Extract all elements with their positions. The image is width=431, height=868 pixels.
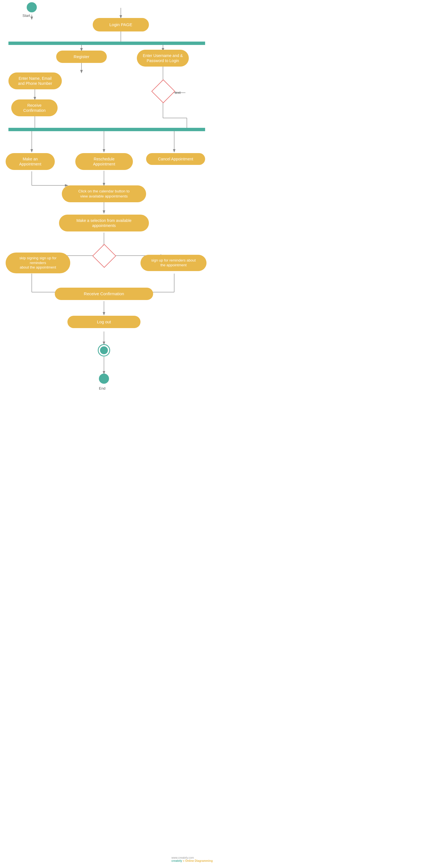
click-calendar-node: Click on the calendar button toview avai… (62, 185, 146, 202)
receive-confirmation-2-node: Receive Confirmation (55, 286, 153, 301)
cancel-node: Cancel Appointment (146, 152, 205, 166)
text-label: text (175, 90, 181, 95)
enter-name-node: Enter Name, Emailand Phone Number (8, 72, 62, 89)
receive-confirmation-1-node: ReceiveConfirmation (11, 99, 58, 116)
start-label: Start (23, 13, 30, 18)
end-label: End (99, 386, 105, 391)
make-selection-node: Make a selection from availableappointme… (59, 213, 149, 233)
watermark: www.creately.com creately » Online Diagr… (172, 856, 213, 862)
reminder-diamond (95, 247, 113, 265)
top-horizontal-bar (8, 41, 205, 45)
bottom-horizontal-bar (8, 128, 205, 131)
login-diamond (155, 83, 172, 100)
register-node: Register (56, 51, 107, 63)
end-circle-outer (98, 344, 110, 356)
sign-up-reminders-node: sign up for reminders aboutthe appointme… (141, 252, 207, 274)
diagram-container: Start Login PAGE Register Enter Username… (0, 0, 216, 868)
skip-reminders-node: skip signing sign up for remindersabout … (6, 252, 70, 274)
reschedule-node: RescheduleAppointment (75, 152, 133, 172)
make-appointment-node: Make anAppointment (6, 152, 55, 172)
enter-credentials-node: Enter Username and &Password to Login (137, 51, 189, 66)
end-circle-solid (99, 374, 109, 384)
logout-node: Log out (67, 315, 141, 329)
start-circle (27, 2, 37, 12)
login-page-node: Login PAGE (93, 18, 149, 32)
